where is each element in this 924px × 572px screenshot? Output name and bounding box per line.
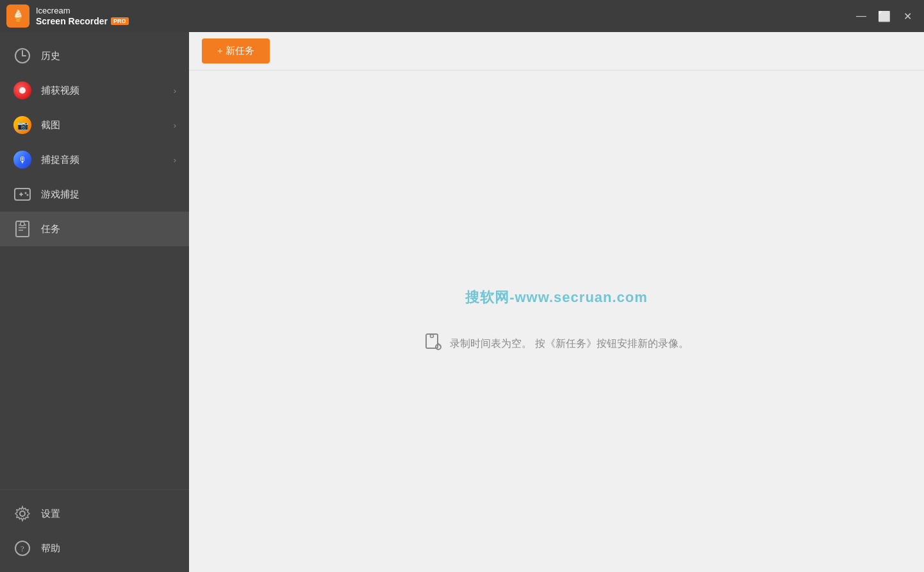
title-bar-left: 🍦 Icecream Screen Recorder PRO bbox=[6, 4, 129, 28]
screenshot-label: 截图 bbox=[41, 119, 165, 131]
screenshot-icon-wrap: 📷 bbox=[13, 115, 32, 135]
game-capture-icon-wrap bbox=[13, 185, 32, 204]
app-title-line1: Icecream bbox=[36, 6, 129, 16]
settings-icon bbox=[14, 505, 31, 522]
svg-point-7 bbox=[27, 194, 29, 196]
capture-video-chevron: › bbox=[174, 86, 176, 96]
content-area: + 新任务 搜软网-www.secruan.com 录制时间表为空。 按《新任务… bbox=[189, 32, 924, 572]
settings-label: 设置 bbox=[41, 508, 176, 520]
capture-audio-icon: 🎙 bbox=[13, 151, 31, 169]
main-layout: 历史 捕获视频 › 📷 截图 › 🎙 bbox=[0, 32, 924, 572]
capture-video-label: 捕获视频 bbox=[41, 85, 165, 97]
capture-video-icon bbox=[13, 81, 31, 99]
task-label: 任务 bbox=[41, 223, 176, 235]
sidebar-item-settings[interactable]: 设置 bbox=[0, 496, 189, 531]
help-icon-wrap: ? bbox=[13, 539, 32, 558]
task-icon bbox=[13, 220, 31, 238]
sidebar-item-screenshot[interactable]: 📷 截图 › bbox=[0, 108, 189, 142]
help-icon: ? bbox=[14, 540, 31, 557]
svg-text:?: ? bbox=[21, 544, 24, 553]
capture-audio-icon-wrap: 🎙 bbox=[13, 150, 32, 169]
game-capture-icon bbox=[13, 185, 31, 203]
maximize-button[interactable]: ⬜ bbox=[874, 6, 895, 26]
game-capture-label: 游戏捕捉 bbox=[41, 189, 176, 201]
screenshot-chevron: › bbox=[174, 121, 176, 130]
svg-point-6 bbox=[25, 192, 27, 194]
title-bar-controls: — ⬜ ✕ bbox=[851, 6, 918, 26]
svg-point-17 bbox=[431, 335, 434, 338]
empty-state-text: 录制时间表为空。 按《新任务》按钮安排新的录像。 bbox=[450, 337, 688, 351]
sidebar-nav: 历史 捕获视频 › 📷 截图 › 🎙 bbox=[0, 32, 189, 489]
app-title-text: Icecream Screen Recorder PRO bbox=[36, 6, 129, 26]
new-task-button[interactable]: + 新任务 bbox=[202, 38, 270, 63]
capture-audio-label: 捕捉音频 bbox=[41, 154, 165, 166]
sidebar-item-game-capture[interactable]: 游戏捕捉 bbox=[0, 177, 189, 212]
content-main: 搜软网-www.secruan.com 录制时间表为空。 按《新任务》按钮安排新… bbox=[189, 71, 924, 572]
content-toolbar: + 新任务 bbox=[189, 32, 924, 71]
task-icon-wrap bbox=[13, 219, 32, 239]
history-icon-wrap bbox=[13, 46, 32, 65]
title-bar: 🍦 Icecream Screen Recorder PRO — ⬜ ✕ bbox=[0, 0, 924, 32]
settings-icon-wrap bbox=[13, 504, 32, 523]
capture-video-icon-wrap bbox=[13, 81, 32, 100]
sidebar-item-capture-video[interactable]: 捕获视频 › bbox=[0, 73, 189, 108]
sidebar-item-capture-audio[interactable]: 🎙 捕捉音频 › bbox=[0, 142, 189, 177]
sidebar-bottom: 设置 ? 帮助 bbox=[0, 489, 189, 572]
capture-audio-chevron: › bbox=[174, 155, 176, 165]
sidebar-item-help[interactable]: ? 帮助 bbox=[0, 531, 189, 566]
help-label: 帮助 bbox=[41, 543, 176, 555]
minimize-button[interactable]: — bbox=[851, 6, 871, 26]
sidebar-item-history[interactable]: 历史 bbox=[0, 38, 189, 73]
empty-state-icon bbox=[424, 333, 442, 355]
svg-point-12 bbox=[21, 222, 24, 226]
app-title-line2: Screen Recorder PRO bbox=[36, 16, 129, 26]
screenshot-icon: 📷 bbox=[13, 116, 31, 134]
empty-state: 录制时间表为空。 按《新任务》按钮安排新的录像。 bbox=[424, 333, 688, 355]
close-button[interactable]: ✕ bbox=[897, 6, 918, 26]
history-label: 历史 bbox=[41, 50, 176, 62]
watermark-text: 搜软网-www.secruan.com bbox=[465, 288, 648, 307]
sidebar: 历史 捕获视频 › 📷 截图 › 🎙 bbox=[0, 32, 189, 572]
svg-point-13 bbox=[20, 511, 25, 516]
sidebar-item-task[interactable]: 任务 bbox=[0, 212, 189, 246]
pro-badge: PRO bbox=[111, 17, 129, 25]
app-subtitle: Screen Recorder bbox=[36, 16, 108, 26]
app-logo: 🍦 bbox=[6, 4, 29, 28]
history-icon bbox=[14, 47, 31, 64]
